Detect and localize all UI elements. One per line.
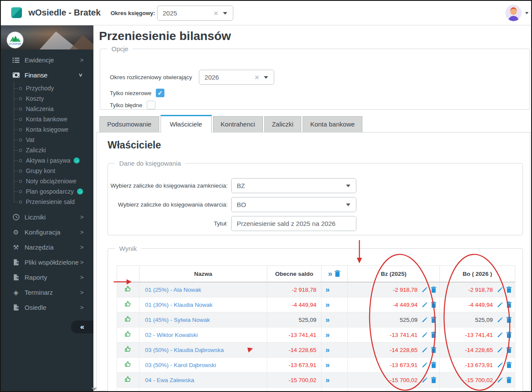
closing-advance-label: Wybierz zaliczke do księgowania zamkniec… (108, 182, 228, 189)
owner-link[interactable]: 01 (30%) - Klaudia Nowak (139, 297, 267, 312)
delete-icon[interactable] (506, 316, 512, 323)
file-icon (12, 259, 20, 265)
sidebar-item-konfiguracja[interactable]: ⚙ Konfiguracja > (1, 225, 93, 240)
chevron-down-icon[interactable] (264, 76, 268, 79)
transfer-row-icon[interactable]: » (322, 388, 348, 392)
transfer-row-icon[interactable]: » (322, 297, 348, 312)
sidebar-item-osiedle[interactable]: Osiedle > (1, 300, 93, 315)
sidebar-item-ewidencje[interactable]: Ewidencje > (1, 52, 93, 68)
sidebar-subitem-zaliczki[interactable]: Zaliczki (1, 145, 93, 155)
edit-icon[interactable] (497, 347, 503, 353)
owner-link[interactable]: 03 (50%) - Klaudia Dąbrowska (139, 343, 267, 358)
owner-link[interactable]: 04 - Ewa Zalewska (139, 373, 267, 388)
transfer-row-icon[interactable]: » (322, 343, 348, 358)
sidebar-nav: Ewidencje > Finanse > Przychody Koszty N… (1, 49, 93, 315)
status-cell (117, 282, 139, 297)
owner-link[interactable]: 01 (45%) - Sylwia Nowak (139, 312, 267, 327)
tab-wlasciciele[interactable]: Właściciele (161, 115, 212, 133)
chevron-down-icon[interactable] (346, 185, 350, 187)
user-menu-chevron-icon[interactable] (525, 12, 529, 14)
chevron-down-icon[interactable] (346, 204, 350, 206)
sidebar-subitem-grupy-kont[interactable]: Grupy kont (1, 166, 93, 176)
delete-icon[interactable] (430, 301, 437, 308)
sidebar-subitem-noty-obciazeniowe[interactable]: Noty obciążeniowe (1, 176, 93, 186)
sidebar-item-raporty[interactable]: Raporty > (1, 270, 93, 285)
clear-icon[interactable]: × (254, 70, 259, 84)
sidebar-collapse-button[interactable]: « (71, 321, 93, 333)
transfer-all-icon[interactable]: » (328, 269, 332, 278)
sidebar-subitem-plan-gospodarczy[interactable]: Plan gospodarczy→ (1, 186, 93, 197)
owner-link[interactable]: 03 (50%) - Karol Dąbrowski (139, 358, 267, 373)
edit-icon[interactable] (421, 317, 428, 323)
delete-all-icon[interactable] (334, 270, 341, 278)
sidebar-subitem-aktywa-i-pasywa[interactable]: Aktywa i pasywa→ (1, 155, 93, 166)
edit-icon[interactable] (497, 362, 503, 368)
sidebar-subitem-przychody[interactable]: Przychody (1, 83, 93, 93)
edit-icon[interactable] (421, 362, 428, 368)
sidebar-item-finanse[interactable]: Finanse > (1, 68, 93, 83)
tab-konta-bankowe[interactable]: Konta bankowe (303, 116, 362, 132)
transfer-row-icon[interactable]: » (322, 282, 348, 297)
sidebar-subitem-koszty[interactable]: Koszty (1, 93, 93, 104)
nonzero-checkbox[interactable]: ✓ (156, 89, 164, 97)
edit-icon[interactable] (421, 377, 428, 383)
sidebar-subitem-vat[interactable]: Vat (1, 135, 93, 145)
sidebar-subitem-konta-bankowe[interactable]: Konta bankowe (1, 114, 93, 124)
sidebar-subitem-naliczenia[interactable]: Naliczenia (1, 104, 93, 114)
avatar[interactable] (505, 5, 522, 21)
balance-cell: -15 700,02 (267, 373, 322, 388)
delete-icon[interactable] (506, 346, 512, 353)
delete-icon[interactable] (430, 377, 437, 383)
edit-icon[interactable] (497, 332, 503, 338)
scroll-down-icon[interactable] (92, 388, 97, 391)
edit-icon[interactable] (497, 317, 503, 323)
sidebar-item-liczniki[interactable]: Liczniki > (1, 210, 93, 225)
transfer-row-icon[interactable]: » (322, 327, 348, 343)
delete-icon[interactable] (506, 286, 512, 293)
bo-cell: -2 918,78 (440, 282, 515, 297)
delete-icon[interactable] (430, 361, 437, 368)
edit-icon[interactable] (421, 347, 428, 353)
edit-icon[interactable] (497, 377, 503, 383)
errors-checkbox[interactable] (147, 101, 155, 109)
status-cell (117, 358, 139, 373)
delete-icon[interactable] (506, 377, 512, 383)
closing-advance-select[interactable]: BZ (231, 178, 356, 193)
owner-link[interactable]: 02 - Wiktor Kowalski (139, 327, 267, 343)
edit-icon[interactable] (421, 302, 428, 308)
delete-icon[interactable] (430, 286, 437, 293)
sidebar-subitem-przeniesienie-sald[interactable]: Przeniesienie sald (1, 197, 93, 207)
booking-legend: Dane do księgowania (115, 160, 185, 167)
clear-icon[interactable]: × (213, 6, 218, 20)
owner-link[interactable]: 01 (25%) - Ala Nowak (139, 282, 267, 297)
tab-kontrahenci[interactable]: Kontrahenci (213, 116, 263, 132)
delete-icon[interactable] (506, 301, 512, 308)
edit-icon[interactable] (421, 332, 428, 338)
status-cell (117, 312, 139, 327)
delete-icon[interactable] (430, 316, 437, 323)
sidebar-item-pliki-wspoldzielone[interactable]: Pliki współdzielone > (1, 255, 93, 270)
opening-advance-select[interactable]: BO (231, 197, 356, 212)
chevron-down-icon[interactable] (223, 12, 227, 15)
owner-link[interactable]: 05 - Bożena Szewczyk (139, 388, 267, 392)
delete-icon[interactable] (430, 346, 437, 353)
sidebar-subitem-konta-ksiegowe[interactable]: Konta księgowe (1, 124, 93, 135)
tab-zaliczki[interactable]: Zaliczki (264, 116, 301, 132)
sidebar-item-narzedzia[interactable]: ⚒ Narzędzia > (1, 240, 93, 255)
edit-icon[interactable] (497, 302, 503, 308)
transfer-row-icon[interactable]: » (322, 358, 348, 373)
tab-podsumowanie[interactable]: Podsumowanie (99, 116, 159, 132)
delete-icon[interactable] (506, 361, 512, 368)
list-icon (12, 57, 20, 63)
accounting-period-select[interactable]: 2025 × (157, 6, 233, 21)
transfer-row-icon[interactable]: » (322, 373, 348, 388)
delete-icon[interactable] (430, 331, 437, 338)
edit-icon[interactable] (497, 287, 503, 293)
delete-icon[interactable] (506, 331, 512, 338)
transfer-row-icon[interactable]: » (322, 312, 348, 327)
title-input[interactable]: Przeniesienie sald z 2025 na 2026 (231, 216, 356, 231)
opening-period-select[interactable]: 2026 × (199, 70, 274, 85)
sidebar-item-terminarz[interactable]: ◈ Terminarz > (1, 285, 93, 300)
money-icon (12, 72, 20, 78)
edit-icon[interactable] (421, 287, 428, 293)
